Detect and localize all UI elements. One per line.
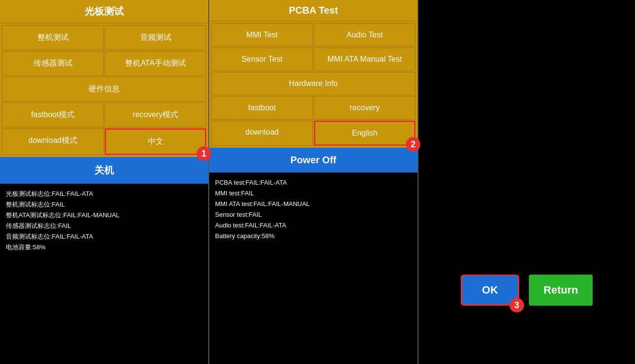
middle-log-area: PCBA test:FAIL:FAIL-ATA MMI test:FAIL MM… <box>209 173 417 364</box>
chinese-button[interactable]: 中文 <box>105 128 206 155</box>
english-button[interactable]: English <box>314 121 416 146</box>
middle-menu-area: PCBA Test MMI Test Audio Test Sensor Tes… <box>209 0 417 148</box>
recovery-cn-button[interactable]: recovery模式 <box>105 103 206 127</box>
audio-test-en-button[interactable]: Audio Test <box>314 23 416 47</box>
right-action-buttons: OK 3 Return <box>461 275 593 306</box>
middle-log-line-1: MMI test:FAIL <box>215 188 412 199</box>
ata-manual-cn-button[interactable]: 整机ATA手动测试 <box>105 51 206 76</box>
left-log-line-2: 整机ATA测试标志位:FAIL:FAIL-MANUAL <box>6 210 202 221</box>
badge-2: 2 <box>406 137 420 152</box>
middle-panel-title: PCBA Test <box>209 0 417 21</box>
badge-1: 1 <box>197 146 211 161</box>
middle-log-line-4: Audio test:FAIL:FAIL-ATA <box>215 220 412 231</box>
middle-panel: PCBA Test MMI Test Audio Test Sensor Tes… <box>209 0 418 364</box>
middle-power-off[interactable]: Power Off <box>209 148 417 173</box>
middle-log-line-2: MMI ATA test:FAIL:FAIL-MANUAL <box>215 199 412 209</box>
sensor-test-en-button[interactable]: Sensor Test <box>211 48 313 71</box>
audio-test-cn-button[interactable]: 音频测试 <box>105 25 206 50</box>
left-log-line-5: 电池容量:58% <box>6 242 202 253</box>
recovery-en-button[interactable]: recovery <box>314 96 416 120</box>
return-button[interactable]: Return <box>529 275 593 306</box>
fastboot-en-button[interactable]: fastboot <box>211 96 313 120</box>
middle-log-line-3: Sensor test:FAIL <box>215 209 412 220</box>
left-panel-title: 光板测试 <box>0 0 208 23</box>
english-btn-wrapper: English 2 <box>314 121 416 146</box>
middle-menu-grid: MMI Test Audio Test Sensor Test MMI ATA … <box>209 21 417 148</box>
middle-log-line-5: Battery capacity:58% <box>215 231 412 242</box>
left-menu-grid: 整机测试 音频测试 传感器测试 整机ATA手动测试 硬件信息 fastboot模… <box>0 23 208 157</box>
download-en-button[interactable]: download <box>211 121 313 146</box>
ata-manual-en-button[interactable]: MMI ATA Manual Test <box>314 48 416 71</box>
mmi-test-en-button[interactable]: MMI Test <box>211 23 313 47</box>
fastboot-cn-button[interactable]: fastboot模式 <box>2 103 104 127</box>
left-power-off[interactable]: 关机 <box>0 157 208 184</box>
mmi-test-cn-button[interactable]: 整机测试 <box>2 25 104 50</box>
left-log-area: 光板测试标志位:FAIL:FAIL-ATA 整机测试标志位:FAIL 整机ATA… <box>0 184 208 364</box>
left-log-line-1: 整机测试标志位:FAIL <box>6 199 202 210</box>
badge-3: 3 <box>509 298 524 312</box>
hardware-info-cn-button[interactable]: 硬件信息 <box>2 77 206 102</box>
left-log-line-3: 传感器测试标志位:FAIL <box>6 221 202 231</box>
right-panel: OK 3 Return <box>418 0 635 364</box>
left-log-line-0: 光板测试标志位:FAIL:FAIL-ATA <box>6 189 202 199</box>
ok-btn-wrapper: OK 3 <box>461 275 519 306</box>
middle-log-line-0: PCBA test:FAIL:FAIL-ATA <box>215 177 412 188</box>
download-cn-button[interactable]: download模式 <box>2 128 104 155</box>
left-log-line-4: 音频测试标志位:FAIL:FAIL-ATA <box>6 231 202 242</box>
hardware-info-en-button[interactable]: Hardware Info <box>211 72 416 95</box>
left-panel: 光板测试 整机测试 音频测试 传感器测试 整机ATA手动测试 硬件信息 fast… <box>0 0 209 364</box>
sensor-test-cn-button[interactable]: 传感器测试 <box>2 51 104 76</box>
chinese-btn-wrapper: 中文 1 <box>105 128 206 155</box>
left-menu-area: 光板测试 整机测试 音频测试 传感器测试 整机ATA手动测试 硬件信息 fast… <box>0 0 208 157</box>
